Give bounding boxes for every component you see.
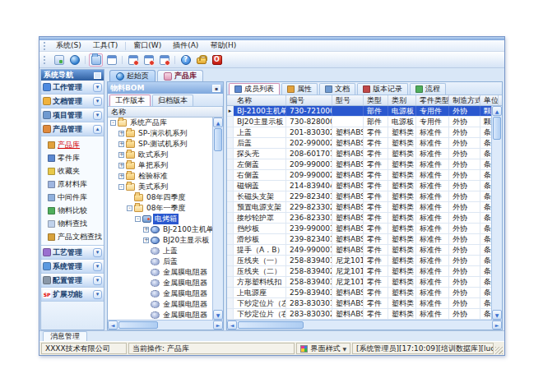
sidebar-section-0[interactable]: 工作管理▾ [41, 81, 104, 95]
tree-node-5[interactable]: +检验标准 [108, 171, 212, 182]
column-header-5[interactable]: 零件类型 [416, 95, 449, 105]
window-new-button[interactable] [126, 53, 140, 67]
menu-item-4[interactable]: 帮助(H) [204, 40, 242, 51]
table-row[interactable]: 压线夹（一）258-839401-00I尼龙1010零件塑料类标准件外协条 [227, 256, 491, 266]
chevron-down-icon[interactable]: ▾ [93, 276, 102, 285]
tree-node-7[interactable]: 08年四季度 [108, 192, 212, 203]
sidebar-section-6[interactable]: 配置管理▾ [41, 274, 104, 288]
column-header-0[interactable]: 名称 [234, 95, 286, 105]
sidebar-item-3[interactable]: 原材料库 [41, 178, 104, 191]
tree-node-16[interactable]: 金属膜电阻器 [108, 288, 212, 299]
table-horizontal-scrollbar[interactable]: ◄ ► [227, 320, 502, 330]
table-row[interactable]: 左侧盖209-990001-01I塑料ABS零件塑料类标准件外协条 [227, 159, 491, 170]
window-list-button[interactable] [104, 53, 118, 67]
resize-grip[interactable] [495, 347, 503, 354]
table-row[interactable]: 压线夹（二）258-839402-00I尼龙1010零件塑料类标准件外协条 [227, 266, 491, 277]
expand-icon[interactable]: + [118, 173, 124, 179]
table-row[interactable]: 滑纱板239-823401-00I塑料ABS零件塑料类标准件外协条 [227, 234, 491, 245]
home-button[interactable] [52, 53, 66, 67]
column-header-1[interactable]: 编号 [286, 95, 332, 105]
table-vscroll-thumb[interactable] [493, 117, 501, 140]
expand-icon[interactable]: + [118, 152, 124, 158]
menu-item-2[interactable]: 窗口(W) [128, 40, 167, 51]
tree-hscroll-thumb[interactable] [118, 321, 158, 329]
chevron-down-icon[interactable]: ▾ [93, 97, 102, 106]
tree-node-9[interactable]: -电烤箱 [108, 214, 212, 224]
detail-tab-0[interactable]: 成员列表 [229, 83, 280, 95]
sidebar-item-5[interactable]: 物料比较 [41, 204, 104, 217]
doc-tab-0[interactable]: 起始页 [109, 70, 155, 81]
sidebar-item-4[interactable]: 中间件库 [41, 191, 104, 204]
chevron-down-icon[interactable]: ▾ [93, 262, 102, 271]
window-refresh-button[interactable] [142, 53, 155, 67]
tree-node-15[interactable]: 金属膜电阻器 [108, 278, 212, 288]
tree-node-12[interactable]: 上盖 [108, 246, 212, 256]
expand-icon[interactable]: + [118, 163, 124, 168]
detail-tab-3[interactable]: 版本记录 [357, 83, 408, 95]
sidebar-section-7[interactable]: SP扩展功能▾ [41, 288, 104, 302]
sidebar-section-3[interactable]: 产品管理▴ [41, 122, 104, 136]
menu-item-3[interactable]: 插件(A) [167, 40, 204, 51]
table-row[interactable]: 右侧盖209-990002-01I塑料ABS零件塑料类标准件外协条 [227, 170, 491, 181]
bom-tab-0[interactable]: 工作版本 [109, 95, 151, 106]
tree-node-6[interactable]: -美式系列 [108, 182, 212, 192]
tree-node-10[interactable]: +BJ-2100主机单点 [108, 224, 212, 235]
exit-button[interactable]: O [210, 53, 224, 67]
detail-tab-2[interactable]: 文档 [319, 83, 355, 95]
table-row[interactable]: 长磁头支架229-823401-00I塑料ABS零件塑料类标准件外协条 [227, 191, 491, 202]
table-row[interactable]: 预置电源支架229-823302-00I塑料ABS零件塑料类标准件外协条 [227, 202, 491, 213]
detail-tab-4[interactable]: 流程 [410, 83, 446, 95]
tree-node-2[interactable]: +SP-测试机系列 [108, 139, 212, 150]
ui-style-selector[interactable]: 界面样式 ▼ [296, 343, 350, 354]
tree-node-0[interactable]: -系统产品库 [108, 118, 212, 128]
table-row[interactable]: 挡纱板239-990001-01I塑料ABS零件塑料类标准件外协条 [227, 224, 491, 234]
scroll-right-icon[interactable]: ► [213, 321, 223, 330]
sidebar-section-2[interactable]: 项目管理▾ [41, 108, 104, 122]
sidebar-section-1[interactable]: 文档管理▾ [41, 95, 104, 108]
sidebar-panel-icon[interactable] [94, 72, 101, 79]
sidebar-section-4[interactable]: 工艺管理▾ [41, 246, 104, 260]
sidebar-item-1[interactable]: 零件库 [41, 151, 104, 164]
tree-node-13[interactable]: 后盖 [108, 256, 212, 267]
scroll-up-icon[interactable]: ▲ [213, 118, 223, 127]
scroll-left-icon[interactable]: ◄ [108, 321, 118, 330]
lock-button[interactable] [194, 53, 208, 67]
chevron-down-icon[interactable]: ▾ [93, 290, 102, 299]
table-row[interactable]: 探头壳208-601701-01I塑料ABS零件塑料类标准件外协条 [227, 149, 491, 159]
table-row[interactable]: 上盖201-830302-00I塑料ABS零件塑料类标准件外协条 [227, 127, 491, 138]
sidebar-item-7[interactable]: 产品文档查找 [41, 230, 104, 243]
table-row[interactable]: 下纱定位片（右）283-830302-00I塑料ABS零件塑料类标准件外协条 [227, 309, 491, 320]
tree-node-3[interactable]: +欧式系列 [108, 150, 212, 160]
sidebar-item-2[interactable]: 收藏夹 [41, 164, 104, 178]
open-folder-button[interactable] [89, 53, 103, 67]
sidebar-section-5[interactable]: 系统管理▾ [41, 260, 104, 274]
scroll-left-icon[interactable]: ◄ [227, 321, 237, 330]
collapse-icon[interactable]: - [135, 216, 141, 222]
tree-node-4[interactable]: +单把系列 [108, 160, 212, 171]
expand-icon[interactable]: + [118, 131, 124, 136]
scroll-down-icon[interactable]: ▼ [213, 310, 223, 320]
menu-item-0[interactable]: 系统(S) [50, 40, 87, 51]
expand-icon[interactable]: + [143, 227, 149, 233]
tree-node-17[interactable]: 金属膜电阻器 [108, 299, 212, 310]
table-row[interactable]: 方形塑料线扣258-839403-00I尼龙1010零件塑料类标准件外协条 [227, 277, 491, 288]
column-header-7[interactable]: 单位 [480, 95, 499, 105]
bom-panel-pin-icon[interactable]: ▪ [212, 85, 220, 92]
tree-node-11[interactable]: +BJ20主显示板 [108, 235, 212, 246]
scroll-right-icon[interactable]: ► [492, 321, 502, 330]
tree-vscroll-thumb[interactable] [214, 128, 222, 151]
expand-icon[interactable]: + [143, 238, 149, 243]
chevron-down-icon[interactable]: ▾ [93, 248, 102, 257]
sidebar-item-6[interactable]: 物料查找 [41, 217, 104, 230]
sidebar-item-0[interactable]: 产品库 [41, 138, 104, 151]
tree-column-name[interactable]: 名称 [108, 107, 223, 117]
chevron-down-icon[interactable]: ▾ [93, 111, 102, 120]
tree-horizontal-scrollbar[interactable]: ◄ ► [108, 320, 223, 330]
scroll-down-icon[interactable]: ▼ [492, 310, 502, 320]
bom-tab-1[interactable]: 归档版本 [152, 95, 193, 106]
table-row[interactable]: 接纱轮护罩236-823301-00I塑料ABS零件塑料类标准件外协条 [227, 213, 491, 224]
tab-message-manager[interactable]: 消息管理 [43, 331, 87, 341]
table-row[interactable]: 上电源座259-839403-00I塑料ABS零件塑料类标准件外协条 [227, 288, 491, 298]
column-header-2[interactable]: 型号 [332, 95, 364, 105]
window-close-button[interactable] [157, 53, 171, 67]
